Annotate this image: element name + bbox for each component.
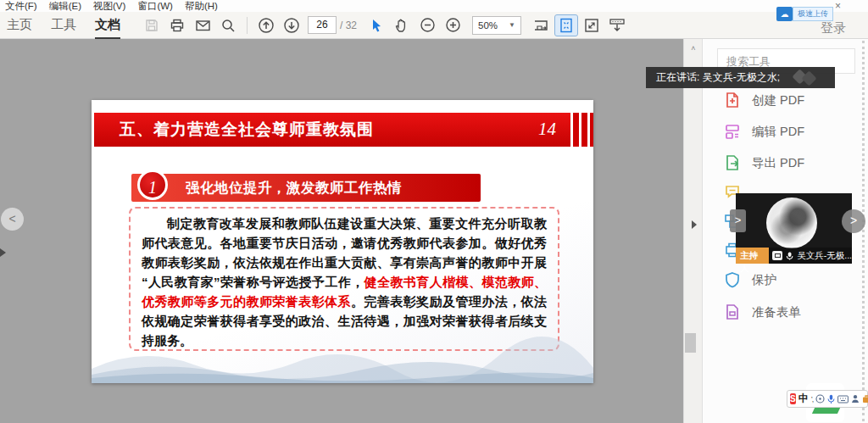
search-icon (220, 18, 236, 33)
slide-title: 五、着力营造全社会尊师重教氛围 (120, 113, 374, 147)
previous-page-button[interactable] (255, 15, 277, 36)
reflow-icon (608, 17, 626, 34)
actual-size-icon (583, 17, 600, 34)
slide-body-box: 制定教育改革发展和教师队伍建设重大决策、重要文件充分听取教师代表意见。各地重要节… (129, 207, 559, 351)
video-panel-collapse-button[interactable]: > (730, 209, 746, 232)
fit-width-button[interactable] (530, 15, 552, 36)
speaking-toast: 正在讲话: 吴文兵-无极之水; (646, 67, 835, 88)
toolbox-icon[interactable] (862, 394, 868, 404)
zoom-in-button[interactable] (442, 15, 464, 36)
panel-scrollbar[interactable] (862, 41, 865, 421)
menu-view[interactable]: 视图(V) (93, 0, 125, 13)
protect-icon (723, 270, 742, 289)
toolbar: 主页 工具 文档 (0, 12, 868, 39)
voice-input-icon[interactable] (827, 394, 835, 404)
email-icon (195, 18, 211, 33)
menu-edit[interactable]: 编辑(E) (49, 0, 81, 13)
panel-item-export-pdf[interactable]: 导出 PDF (723, 153, 804, 172)
panel-item-label: 创建 PDF (752, 92, 804, 109)
save-button[interactable] (141, 15, 163, 36)
zoom-in-icon (445, 17, 461, 33)
edit-pdf-icon (723, 122, 742, 141)
prepare-form-icon (723, 303, 742, 321)
close-icon[interactable]: × (835, 0, 841, 12)
scrollbar-thumb[interactable] (685, 333, 696, 353)
previous-slide-button[interactable]: < (1, 208, 24, 231)
page-number-input[interactable]: 26 (308, 16, 337, 34)
zoom-out-icon (420, 17, 436, 33)
slide-section-banner: 1 强化地位提升，激发教师工作热情 (131, 174, 481, 202)
hand-tool-button[interactable] (391, 15, 413, 36)
zoom-level-value: 50% (478, 20, 498, 31)
ime-toolbar[interactable]: S 中 ’, (787, 390, 868, 408)
vertical-scrollbar[interactable]: ˄ (683, 39, 702, 423)
tab-home[interactable]: 主页 (7, 12, 32, 39)
export-pdf-icon (723, 153, 742, 172)
panel-item-create-pdf[interactable]: 创建 PDF (723, 91, 804, 109)
section-title: 强化地位提升，激发教师工作热情 (186, 174, 402, 202)
chevron-down-icon: ▼ (509, 21, 515, 29)
email-button[interactable] (192, 15, 214, 36)
login-button[interactable]: 登录 (821, 20, 846, 36)
ime-mode-chinese[interactable]: 中 (798, 392, 809, 406)
screen-share-icon (772, 251, 782, 260)
panel-item-protect[interactable]: 保护 (723, 270, 776, 289)
left-panel-arrow-icon[interactable] (0, 248, 6, 257)
avatar (766, 198, 817, 248)
print-button[interactable] (166, 15, 188, 36)
page-up-icon (258, 17, 275, 34)
panel-item-prepare-form[interactable]: 准备表单 (723, 303, 801, 321)
upload-badge-label: 极速上传 (793, 7, 833, 21)
menu-window[interactable]: 窗口(W) (137, 0, 173, 13)
document-viewport[interactable]: 五、着力营造全社会尊师重教氛围 14 1 强化地位提升，激发教师工作热情 制定教… (0, 39, 704, 423)
zoom-out-button[interactable] (416, 15, 438, 36)
panel-item-edit-pdf[interactable]: 编辑 PDF (723, 122, 804, 141)
slide-body-text: 制定教育改革发展和教师队伍建设重大决策、重要文件充分听取教师代表意见。各地重要节… (142, 214, 547, 350)
search-button[interactable] (217, 15, 239, 36)
account-icon[interactable] (851, 394, 860, 404)
cloud-icon: ☁ (776, 7, 793, 21)
reflow-button[interactable] (606, 15, 628, 36)
fit-page-button[interactable] (555, 15, 577, 36)
meeting-logo-icon (793, 70, 821, 85)
panel-expand-arrow-icon[interactable] (692, 220, 697, 229)
toolbar-divider (247, 17, 248, 34)
speaking-toast-text: 正在讲话: 吴文兵-无极之水; (656, 71, 780, 83)
sogou-logo-icon[interactable]: S (790, 393, 796, 404)
actual-size-button[interactable] (581, 15, 603, 36)
slide-page-number: 14 (538, 119, 556, 140)
keyboard-icon[interactable] (837, 395, 849, 404)
fit-page-icon (559, 17, 574, 34)
menu-file[interactable]: 文件(F) (5, 0, 37, 13)
panel-item-label: 导出 PDF (752, 155, 804, 171)
slide-title-banner: 五、着力营造全社会尊师重教氛围 14 (94, 113, 593, 147)
hand-icon (394, 18, 409, 33)
microphone-icon (786, 251, 793, 261)
panel-item-label: 编辑 PDF (752, 124, 804, 140)
pdf-page: 五、着力营造全社会尊师重教氛围 14 1 强化地位提升，激发教师工作热情 制定教… (92, 100, 593, 383)
print-icon (170, 18, 185, 33)
panel-item-label: 准备表单 (752, 304, 801, 320)
host-badge: 主持人 (736, 248, 769, 264)
create-pdf-icon (723, 91, 742, 109)
video-status-bar: 主持人 吴文兵-无极... (736, 248, 852, 264)
menu-help[interactable]: 帮助(H) (185, 0, 218, 13)
ime-punctuation[interactable]: ’, (811, 395, 814, 404)
menu-bar: 文件(F) 编辑(E) 视图(V) 窗口(W) 帮助(H) × (0, 0, 868, 12)
page-total-label: / 32 (340, 19, 357, 31)
next-participant-button[interactable]: > (842, 209, 865, 233)
scroll-up-icon[interactable]: ˄ (684, 44, 703, 53)
save-icon (144, 18, 159, 33)
fit-width-icon (532, 17, 549, 34)
tab-document[interactable]: 文档 (95, 12, 120, 39)
emoji-icon[interactable] (815, 394, 825, 404)
next-page-button[interactable] (281, 15, 303, 36)
mountain-watermark (92, 331, 593, 383)
cursor-icon (370, 18, 383, 33)
section-number-badge: 1 (137, 170, 168, 200)
zoom-level-select[interactable]: 50% ▼ (472, 16, 521, 35)
meeting-video-thumbnail[interactable]: 主持人 吴文兵-无极... (736, 193, 852, 264)
select-tool-button[interactable] (365, 15, 387, 36)
cloud-upload-badge[interactable]: ☁ 极速上传 (776, 7, 833, 21)
tab-tools[interactable]: 工具 (51, 12, 76, 39)
